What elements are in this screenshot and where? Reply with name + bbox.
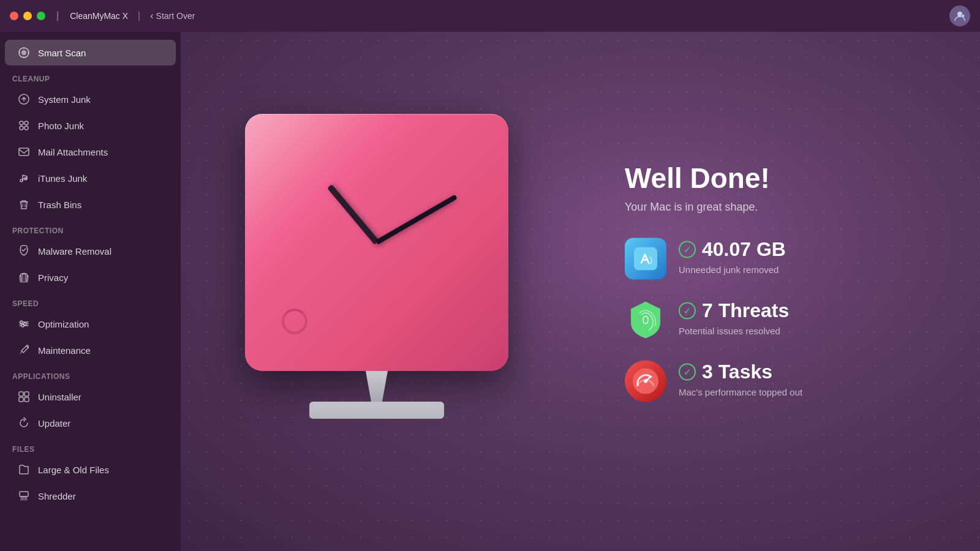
smart-scan-icon <box>17 46 31 59</box>
result-main-title: Well Done! <box>625 162 919 195</box>
sidebar-item-trash-bins[interactable]: Trash Bins <box>5 192 176 217</box>
svg-rect-10 <box>19 148 29 156</box>
maximize-button[interactable] <box>37 12 45 20</box>
uninstaller-label: Uninstaller <box>38 392 81 402</box>
section-applications: Applications <box>0 364 181 383</box>
malware-removal-label: Malware Removal <box>38 246 111 257</box>
junk-check-icon: ✓ <box>679 241 696 258</box>
monitor-spinner <box>282 309 307 334</box>
junk-number: 40.07 GB <box>702 238 786 261</box>
tasks-stat-row: ✓ 3 Tasks <box>679 361 919 383</box>
uninstaller-icon <box>17 390 31 403</box>
svg-point-17 <box>24 323 26 325</box>
result-item-tasks: ✓ 3 Tasks Mac's performance topped out <box>625 361 919 402</box>
user-avatar[interactable] <box>949 6 970 26</box>
sidebar-item-uninstaller[interactable]: Uninstaller <box>5 384 176 410</box>
svg-point-2 <box>962 15 964 17</box>
start-over-label: Start Over <box>156 11 195 21</box>
svg-rect-20 <box>24 392 29 396</box>
malware-removal-icon <box>17 244 31 258</box>
minimize-button[interactable] <box>23 12 32 20</box>
trash-bins-label: Trash Bins <box>38 200 81 210</box>
titlebar-right <box>949 6 970 26</box>
imac-base <box>309 402 444 419</box>
red-gauge-icon <box>625 361 666 402</box>
shredder-label: Shredder <box>38 491 76 501</box>
imac-monitor <box>245 114 508 371</box>
start-over-button[interactable]: ‹ Start Over <box>150 10 195 21</box>
sidebar-item-large-old-files[interactable]: Large & Old Files <box>5 457 176 482</box>
svg-point-27 <box>644 380 647 383</box>
smart-scan-label: Smart Scan <box>38 48 86 58</box>
sidebar-item-photo-junk[interactable]: Photo Junk <box>5 113 176 138</box>
sidebar-item-maintenance[interactable]: Maintenance <box>5 337 176 363</box>
main-layout: Smart Scan Cleanup System Junk <box>0 32 980 551</box>
privacy-icon <box>17 271 31 284</box>
system-junk-icon <box>17 92 31 106</box>
itunes-junk-label: iTunes Junk <box>38 173 87 184</box>
sidebar-item-privacy[interactable]: Privacy <box>5 264 176 290</box>
content-area: Well Done! Your Mac is in great shape. <box>181 32 980 551</box>
photo-junk-icon <box>17 119 31 132</box>
svg-rect-21 <box>19 397 23 402</box>
section-protection: Protection <box>0 218 181 238</box>
sidebar-item-system-junk[interactable]: System Junk <box>5 86 176 112</box>
itunes-junk-icon <box>17 171 31 185</box>
sidebar-item-updater[interactable]: Updater <box>5 410 176 436</box>
svg-point-18 <box>21 324 24 327</box>
sidebar: Smart Scan Cleanup System Junk <box>0 32 181 551</box>
large-old-files-icon <box>17 463 31 476</box>
svg-point-8 <box>20 126 23 130</box>
svg-point-7 <box>24 121 28 125</box>
sidebar-item-malware-removal[interactable]: Malware Removal <box>5 238 176 264</box>
threats-stat-row: ✓ 7 Threats <box>679 299 919 322</box>
title-divider: | <box>138 10 140 21</box>
sidebar-item-shredder[interactable]: Shredder <box>5 483 176 509</box>
threats-description: Potential issues resolved <box>679 326 919 336</box>
result-main-subtitle: Your Mac is in great shape. <box>625 201 919 214</box>
privacy-label: Privacy <box>38 272 68 283</box>
results-panel: Well Done! Your Mac is in great shape. <box>625 162 919 422</box>
titlebar-left: | CleanMyMac X | ‹ Start Over <box>10 10 195 21</box>
junk-stat-row: ✓ 40.07 GB <box>679 238 919 261</box>
svg-rect-22 <box>24 397 29 402</box>
svg-point-9 <box>24 126 28 130</box>
svg-point-16 <box>20 321 23 323</box>
sidebar-item-itunes-junk[interactable]: iTunes Junk <box>5 165 176 191</box>
shredder-icon <box>17 489 31 503</box>
trash-bins-icon <box>17 198 31 211</box>
app-title: CleanMyMac X <box>70 11 128 21</box>
svg-rect-23 <box>20 492 28 497</box>
sidebar-item-optimization[interactable]: Optimization <box>5 311 176 337</box>
svg-point-6 <box>20 121 23 125</box>
threats-result-info: ✓ 7 Threats Potential issues resolved <box>679 299 919 336</box>
tasks-result-info: ✓ 3 Tasks Mac's performance topped out <box>679 361 919 397</box>
section-speed: Speed <box>0 291 181 310</box>
junk-result-info: ✓ 40.07 GB Unneeded junk removed <box>679 238 919 275</box>
optimization-label: Optimization <box>38 319 89 329</box>
maintenance-label: Maintenance <box>38 345 91 356</box>
svg-point-4 <box>21 50 26 55</box>
mac-illustration <box>217 114 536 469</box>
photo-junk-label: Photo Junk <box>38 121 84 131</box>
traffic-lights <box>10 12 45 20</box>
sidebar-item-smart-scan[interactable]: Smart Scan <box>5 40 176 66</box>
section-cleanup: Cleanup <box>0 66 181 86</box>
threats-check-icon: ✓ <box>679 302 696 319</box>
maintenance-icon <box>17 343 31 357</box>
close-button[interactable] <box>10 12 18 20</box>
result-item-threats: ✓ 7 Threats Potential issues resolved <box>625 299 919 341</box>
mail-attachments-icon <box>17 145 31 159</box>
titlebar: | CleanMyMac X | ‹ Start Over <box>0 0 980 32</box>
result-item-junk: ✓ 40.07 GB Unneeded junk removed <box>625 238 919 280</box>
tasks-number: 3 Tasks <box>702 361 772 383</box>
svg-point-11 <box>20 179 23 182</box>
imac-neck <box>358 371 395 402</box>
updater-label: Updater <box>38 418 70 429</box>
threats-number: 7 Threats <box>702 299 789 322</box>
sidebar-item-mail-attachments[interactable]: Mail Attachments <box>5 139 176 165</box>
back-arrow-icon: ‹ <box>150 10 153 21</box>
green-shield-icon <box>625 299 666 341</box>
large-old-files-label: Large & Old Files <box>38 465 109 475</box>
hour-hand <box>327 184 379 244</box>
